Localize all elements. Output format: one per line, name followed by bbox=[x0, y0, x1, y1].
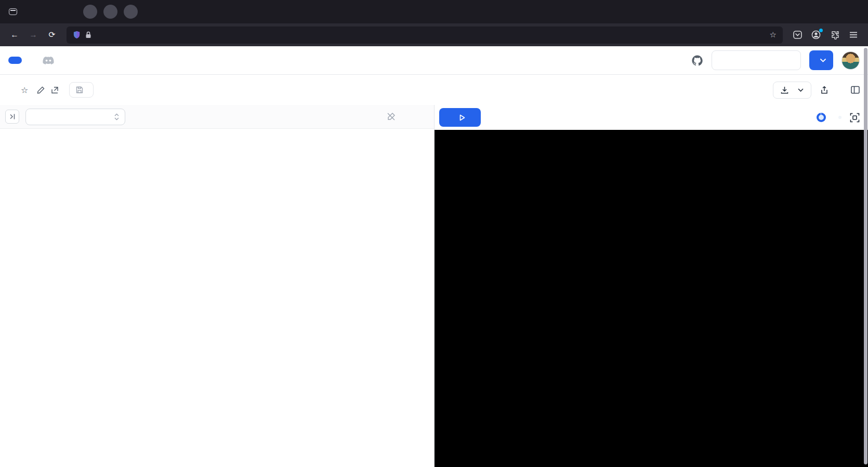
forward-button[interactable]: → bbox=[25, 26, 42, 43]
select-updown-icon bbox=[114, 113, 119, 121]
pcb-canvas[interactable] bbox=[435, 130, 868, 467]
search-input[interactable] bbox=[712, 50, 801, 70]
view-tabs bbox=[838, 116, 841, 119]
extensions-puzzle-icon[interactable] bbox=[826, 26, 843, 43]
save-button[interactable] bbox=[69, 82, 94, 98]
editor-toolbar bbox=[0, 105, 434, 129]
close-window-button[interactable] bbox=[124, 5, 138, 19]
browser-toolbar: ← → ⟳ ☆ bbox=[0, 23, 868, 46]
package-bar: ☆ bbox=[0, 75, 868, 105]
new-package-button[interactable] bbox=[809, 50, 833, 70]
chevron-down-icon bbox=[798, 88, 804, 92]
chevron-down-icon bbox=[820, 59, 826, 62]
file-select[interactable] bbox=[25, 109, 125, 125]
page-scrollbar[interactable] bbox=[864, 48, 867, 464]
sidebar-toggle-button[interactable] bbox=[5, 110, 19, 124]
run-button[interactable] bbox=[439, 108, 481, 127]
shield-icon bbox=[73, 31, 81, 39]
star-icon[interactable]: ☆ bbox=[21, 85, 28, 95]
reload-button[interactable]: ⟳ bbox=[44, 26, 60, 43]
user-avatar[interactable] bbox=[841, 51, 860, 70]
firefox-view-icon bbox=[9, 8, 17, 15]
new-tab-button[interactable] bbox=[27, 4, 43, 20]
maximize-button[interactable] bbox=[103, 5, 117, 19]
lock-icon bbox=[85, 31, 91, 38]
preview-pane bbox=[435, 105, 868, 467]
site-header bbox=[0, 46, 868, 75]
back-button[interactable]: ← bbox=[6, 26, 23, 43]
panel-layout-icon[interactable] bbox=[851, 86, 860, 94]
fit-view-button[interactable] bbox=[850, 113, 860, 123]
save-floppy-icon bbox=[76, 86, 83, 94]
copy-url-button[interactable] bbox=[821, 86, 832, 94]
github-icon[interactable] bbox=[691, 55, 703, 66]
minimize-button[interactable] bbox=[83, 5, 97, 19]
code-editor-pane bbox=[0, 105, 435, 467]
focus-frame-icon bbox=[850, 113, 860, 123]
format-disabled-icon[interactable] bbox=[387, 112, 396, 121]
progress-ring bbox=[817, 113, 826, 122]
play-icon bbox=[459, 114, 465, 121]
account-sync-badge bbox=[819, 29, 823, 32]
bookmark-star-icon[interactable]: ☆ bbox=[770, 30, 777, 39]
window-controls bbox=[83, 5, 138, 19]
account-icon[interactable] bbox=[808, 26, 824, 43]
browser-tab-bar bbox=[0, 0, 868, 23]
menu-hamburger-icon[interactable] bbox=[845, 26, 862, 43]
code-area[interactable] bbox=[0, 129, 434, 467]
discord-icon[interactable] bbox=[43, 56, 54, 65]
download-button[interactable] bbox=[773, 82, 811, 99]
panel-expand-icon bbox=[9, 113, 16, 120]
url-bar[interactable]: ☆ bbox=[67, 26, 783, 44]
download-icon bbox=[781, 86, 788, 94]
open-external-icon[interactable] bbox=[51, 86, 59, 94]
firefox-view-button[interactable] bbox=[4, 4, 22, 20]
preview-header bbox=[435, 105, 868, 130]
share-icon bbox=[821, 86, 828, 94]
pocket-icon[interactable] bbox=[789, 26, 806, 43]
edit-pencil-icon[interactable] bbox=[37, 86, 45, 94]
list-tabs-button[interactable] bbox=[56, 4, 72, 20]
tscircuit-logo[interactable] bbox=[8, 57, 22, 64]
